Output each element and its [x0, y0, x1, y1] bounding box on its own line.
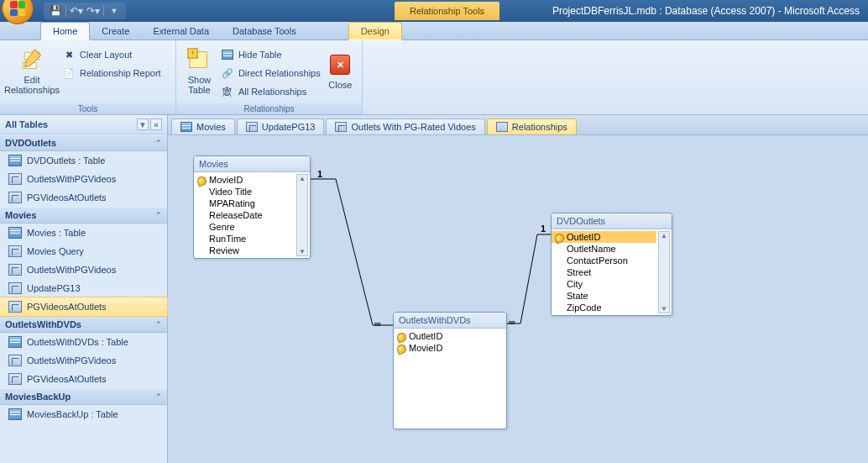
office-button[interactable] [2, 0, 34, 24]
query-icon [8, 301, 22, 313]
field-row[interactable]: MPARating [194, 197, 295, 209]
query-icon [8, 373, 22, 385]
nav-item[interactable]: Movies : Table [0, 224, 167, 242]
field-row[interactable]: OutletID [552, 231, 656, 243]
ribbon-group-relationships: + Show Table Hide Table 🔗 Direct Relatio… [176, 40, 363, 114]
nav-item-label: Movies Query [27, 246, 84, 256]
field-row[interactable]: MovieID [394, 342, 506, 354]
scrollbar[interactable] [658, 231, 670, 313]
table-icon [8, 408, 22, 420]
all-relationships-button[interactable]: 🕸 All Relationships [217, 83, 324, 100]
field-row[interactable]: Video Title [194, 186, 295, 197]
field-row[interactable]: ZipCode [552, 302, 656, 313]
ribbon-group-relationships-label: Relationships [176, 103, 362, 114]
nav-item[interactable]: OutletsWithDVDs : Table [0, 333, 167, 351]
tab-database-tools[interactable]: Database Tools [221, 23, 308, 39]
svg-text:+: + [191, 49, 195, 57]
ribbon-group-tools: Edit Relationships ✖ Clear Layout 📄 Rela… [0, 40, 176, 114]
redo-icon[interactable]: ↷▾ [86, 4, 100, 18]
nav-item-label: OutletsWithDVDs : Table [27, 337, 128, 347]
nav-group-outletswithdvds[interactable]: OutletsWithDVDs⌃ [0, 316, 167, 333]
table-icon [180, 122, 192, 132]
nav-item[interactable]: OutletsWithPGVideos [0, 351, 167, 370]
nav-group-moviesbackup[interactable]: MoviesBackUp⌃ [0, 388, 167, 405]
field-row[interactable]: MovieID [194, 174, 295, 186]
nav-item-label: OutletsWithPGVideos [27, 174, 116, 184]
table-dvdoutlets[interactable]: DVDOutlets OutletIDOutletNameContactPers… [551, 213, 672, 316]
nav-item[interactable]: UpdatePG13 [0, 279, 167, 297]
query-icon [246, 122, 258, 132]
nav-pane-header[interactable]: All Tables ▼« [0, 115, 167, 134]
field-row[interactable]: Street [552, 266, 656, 278]
hide-table-button[interactable]: Hide Table [217, 46, 324, 63]
table-dvdo-title: DVDOutlets [552, 213, 672, 229]
doctab-updatepg13[interactable]: UpdatePG13 [237, 118, 325, 134]
nav-group-dvdoutlets[interactable]: DVDOutlets⌃ [0, 134, 167, 151]
nav-group-movies[interactable]: Movies⌃ [0, 207, 167, 224]
nav-item-label: PGVideosAtOutlets [27, 302, 107, 312]
query-icon [8, 355, 22, 366]
direct-relationships-label: Direct Relationships [238, 68, 321, 78]
nav-item[interactable]: MoviesBackUp : Table [0, 405, 167, 424]
close-label: Close [328, 80, 352, 90]
hide-table-label: Hide Table [238, 50, 282, 60]
doctab-outlets-pg[interactable]: Outlets With PG-Rated Vidoes [326, 118, 484, 134]
nav-item[interactable]: OutletsWithPGVideos [0, 170, 167, 188]
nav-item[interactable]: PGVideosAtOutlets [0, 188, 167, 207]
doctab-outlets-pg-label: Outlets With PG-Rated Vidoes [351, 122, 475, 132]
save-icon[interactable]: 💾 [49, 4, 62, 18]
doctab-relationships[interactable]: Relationships [487, 118, 577, 134]
tab-external-data[interactable]: External Data [141, 23, 221, 39]
field-row[interactable]: OutletID [394, 330, 506, 342]
close-icon: ✕ [327, 51, 353, 78]
nav-item-label: Movies : Table [27, 228, 86, 238]
tab-create[interactable]: Create [90, 23, 141, 39]
direct-relationships-icon: 🔗 [221, 66, 234, 80]
window-title: ProjectDBFerrisJL.mdb : Database (Access… [552, 5, 860, 17]
edit-relationships-button[interactable]: Edit Relationships [5, 43, 59, 98]
table-icon [8, 155, 22, 166]
tab-home[interactable]: Home [40, 22, 90, 40]
undo-icon[interactable]: ↶▾ [70, 4, 83, 18]
table-owd-title: OutletsWithDVDs [394, 313, 506, 329]
clear-layout-button[interactable]: ✖ Clear Layout [59, 46, 165, 63]
field-row[interactable]: Review [194, 245, 295, 256]
nav-item-label: OutletsWithPGVideos [27, 265, 116, 275]
clear-layout-label: Clear Layout [80, 50, 132, 60]
main-area: All Tables ▼« DVDOutlets⌃DVDOutlets : Ta… [0, 115, 868, 463]
direct-relationships-button[interactable]: 🔗 Direct Relationships [217, 65, 324, 82]
nav-item-label: PGVideosAtOutlets [27, 192, 107, 203]
show-table-button[interactable]: + Show Table [181, 43, 217, 98]
relationship-report-button[interactable]: 📄 Relationship Report [59, 65, 165, 82]
field-row[interactable]: ReleaseDate [194, 209, 295, 221]
nav-collapse-icon[interactable]: « [150, 118, 162, 130]
nav-item[interactable]: Movies Query [0, 242, 167, 260]
qat-customize-icon[interactable]: ▼ [107, 4, 121, 18]
nav-dropdown-icon[interactable]: ▼ [137, 118, 149, 130]
field-row[interactable]: ContactPerson [552, 255, 656, 266]
scrollbar[interactable] [296, 174, 308, 256]
field-row[interactable]: Genre [194, 221, 295, 233]
title-bar: 💾 ↶▾ ↷▾ ▼ Relationship Tools ProjectDBFe… [0, 0, 868, 22]
nav-item[interactable]: OutletsWithPGVideos [0, 260, 167, 279]
field-row[interactable]: City [552, 278, 656, 290]
show-table-label: Show Table [188, 75, 212, 95]
nav-item[interactable]: PGVideosAtOutlets [0, 370, 167, 388]
field-row[interactable]: RunTime [194, 233, 295, 245]
field-row[interactable]: State [552, 290, 656, 302]
ribbon-tabstrip: Home Create External Data Database Tools… [0, 22, 868, 40]
nav-item-label: OutletsWithPGVideos [27, 355, 116, 366]
doctab-movies[interactable]: Movies [171, 118, 235, 134]
table-movies[interactable]: Movies MovieIDVideo TitleMPARatingReleas… [193, 155, 311, 259]
relationships-icon [496, 122, 508, 132]
table-outletswithdvds[interactable]: OutletsWithDVDs OutletIDMovieID [393, 312, 507, 429]
field-row[interactable]: OutletName [552, 243, 656, 255]
show-table-icon: + [186, 46, 212, 73]
close-button[interactable]: ✕ Close [324, 43, 357, 98]
tab-design[interactable]: Design [348, 22, 402, 40]
relationships-canvas[interactable]: Movies MovieIDVideo TitleMPARatingReleas… [168, 135, 868, 463]
nav-item[interactable]: DVDOutlets : Table [0, 151, 167, 170]
ribbon-group-tools-label: Tools [0, 103, 175, 114]
nav-item[interactable]: PGVideosAtOutlets [0, 297, 167, 316]
navigation-pane: All Tables ▼« DVDOutlets⌃DVDOutlets : Ta… [0, 115, 168, 463]
